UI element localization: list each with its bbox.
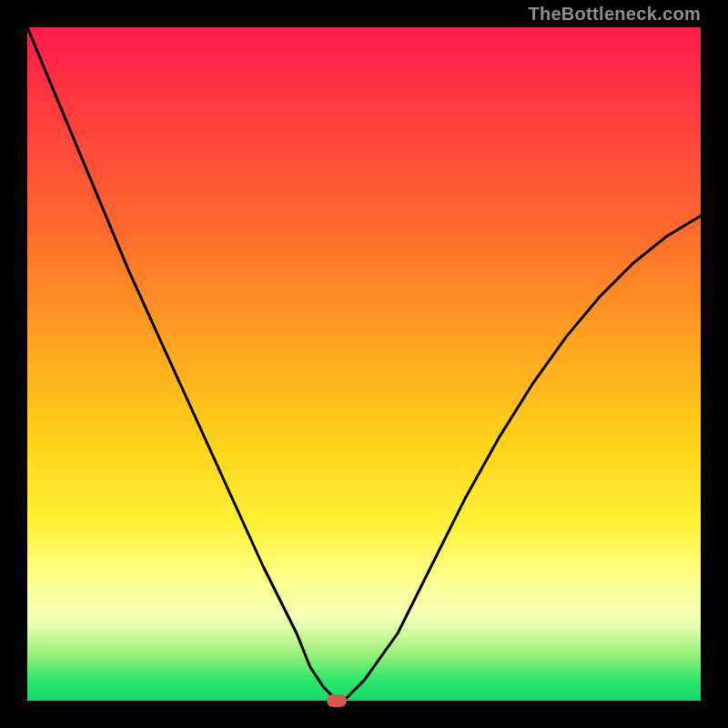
curve-svg bbox=[27, 27, 701, 701]
watermark-text: TheBottleneck.com bbox=[528, 4, 701, 25]
plot-area bbox=[27, 27, 701, 701]
bottleneck-curve-path bbox=[27, 27, 701, 701]
optimal-point-marker bbox=[327, 694, 347, 707]
chart-frame: TheBottleneck.com bbox=[0, 0, 728, 728]
